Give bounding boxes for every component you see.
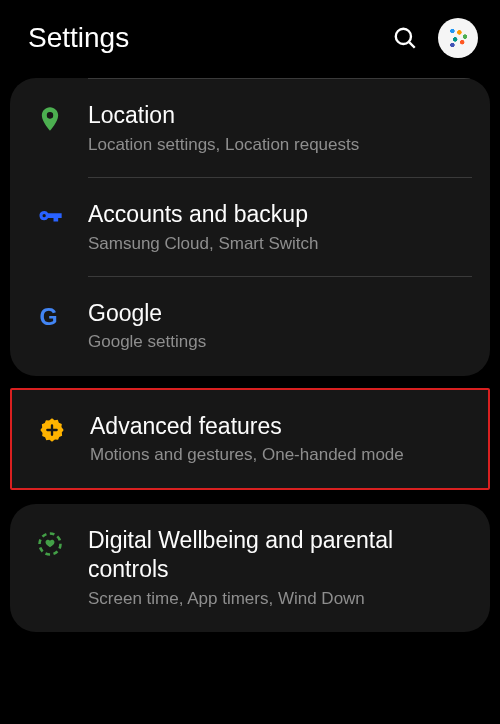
svg-text:G: G	[40, 304, 58, 330]
item-subtitle: Google settings	[88, 331, 472, 353]
item-text: Google Google settings	[88, 299, 472, 354]
settings-item-digital-wellbeing[interactable]: Digital Wellbeing and parental controls …	[10, 504, 490, 632]
item-title: Digital Wellbeing and parental controls	[88, 526, 472, 584]
svg-point-2	[47, 113, 53, 119]
svg-point-0	[396, 29, 411, 44]
search-icon[interactable]	[392, 25, 418, 51]
settings-item-accounts[interactable]: Accounts and backup Samsung Cloud, Smart…	[10, 178, 490, 277]
item-subtitle: Screen time, App timers, Wind Down	[88, 588, 472, 610]
settings-group-highlighted: Advanced features Motions and gestures, …	[10, 388, 490, 491]
settings-item-location[interactable]: Location Location settings, Location req…	[10, 79, 490, 178]
item-text: Digital Wellbeing and parental controls …	[88, 526, 472, 610]
page-title: Settings	[28, 22, 129, 54]
item-text: Advanced features Motions and gestures, …	[90, 412, 470, 467]
plus-badge-icon	[32, 412, 90, 444]
location-icon	[30, 101, 88, 133]
header: Settings	[0, 0, 500, 78]
header-actions	[392, 18, 478, 58]
svg-point-3	[43, 214, 46, 217]
item-subtitle: Motions and gestures, One-handed mode	[90, 444, 470, 466]
item-text: Accounts and backup Samsung Cloud, Smart…	[88, 200, 472, 255]
item-text: Location Location settings, Location req…	[88, 101, 472, 156]
settings-group: Location Location settings, Location req…	[10, 78, 490, 376]
key-icon	[30, 200, 88, 232]
item-title: Advanced features	[90, 412, 470, 441]
wellbeing-icon	[30, 526, 88, 558]
svg-line-1	[409, 42, 415, 48]
avatar[interactable]	[438, 18, 478, 58]
item-title: Accounts and backup	[88, 200, 472, 229]
settings-item-google[interactable]: G Google Google settings	[10, 277, 490, 376]
item-subtitle: Location settings, Location requests	[88, 134, 472, 156]
item-title: Google	[88, 299, 472, 328]
google-icon: G	[30, 299, 88, 331]
item-subtitle: Samsung Cloud, Smart Switch	[88, 233, 472, 255]
settings-group: Digital Wellbeing and parental controls …	[10, 504, 490, 632]
item-title: Location	[88, 101, 472, 130]
settings-item-advanced-features[interactable]: Advanced features Motions and gestures, …	[12, 390, 488, 489]
